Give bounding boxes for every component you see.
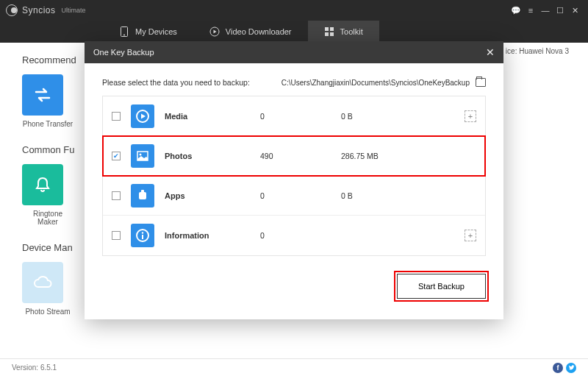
one-key-backup-modal: One Key Backup ✕ Please select the data … — [85, 41, 503, 319]
row-name: Information — [165, 231, 260, 240]
row-count: 0 — [260, 112, 341, 121]
row-name: Apps — [165, 191, 260, 200]
modal-body: Please select the data you need to backu… — [85, 63, 503, 262]
instruction-text: Please select the data you need to backu… — [102, 78, 250, 87]
row-count: 0 — [260, 231, 341, 240]
apps-icon — [131, 184, 154, 207]
row-photos: ✔ Photos 490 286.75 MB — [103, 136, 485, 176]
checkbox-information[interactable] — [112, 231, 121, 240]
checkbox-photos[interactable]: ✔ — [112, 152, 121, 160]
row-name: Media — [165, 112, 260, 121]
instruction-row: Please select the data you need to backu… — [102, 78, 486, 87]
svg-point-13 — [142, 232, 143, 233]
media-icon — [131, 104, 154, 128]
folder-icon[interactable] — [476, 78, 486, 87]
svg-point-9 — [140, 153, 142, 155]
backup-data-list: Media 0 0 B + ✔ Photos 490 286.75 MB — [102, 96, 486, 256]
photos-icon — [131, 144, 154, 168]
modal-header: One Key Backup ✕ — [85, 41, 503, 63]
start-backup-button[interactable]: Start Backup — [397, 274, 486, 299]
svg-rect-14 — [142, 235, 143, 239]
modal-footer: Start Backup — [85, 262, 503, 319]
expand-icon[interactable]: + — [465, 230, 476, 241]
svg-rect-11 — [141, 190, 144, 193]
modal-backdrop: One Key Backup ✕ Please select the data … — [0, 0, 588, 376]
row-size: 0 B — [341, 112, 465, 121]
svg-rect-10 — [139, 192, 146, 199]
row-count: 490 — [260, 152, 341, 160]
row-name: Photos — [165, 152, 260, 160]
checkbox-media[interactable] — [112, 112, 121, 121]
checkbox-apps[interactable] — [112, 191, 121, 200]
close-icon[interactable]: ✕ — [486, 46, 495, 58]
expand-icon[interactable]: + — [465, 110, 476, 122]
modal-title: One Key Backup — [93, 48, 154, 57]
row-media: Media 0 0 B + — [103, 96, 485, 136]
information-icon — [131, 224, 154, 247]
row-size: 0 B — [341, 191, 476, 200]
row-information: Information 0 + — [103, 216, 485, 255]
row-count: 0 — [260, 191, 341, 200]
row-size: 286.75 MB — [341, 152, 476, 160]
backup-path: C:\Users\Zhangjiaxin\Documents\Syncios\O… — [282, 79, 470, 87]
row-apps: Apps 0 0 B — [103, 176, 485, 216]
